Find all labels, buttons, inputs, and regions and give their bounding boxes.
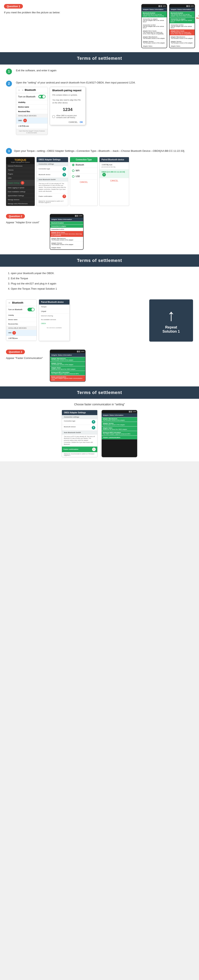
adapter-version-row: Adapter Version The firmware version of … xyxy=(142,40,167,45)
paired-sharing-label: Internet sharing xyxy=(39,314,69,318)
settlement2-step1: 1. open your bluetooth,unpair the OBDII. xyxy=(8,271,191,276)
bt-device-row[interactable]: Bluetooth device 5 xyxy=(36,172,68,178)
s3-notes: Adapter Notes Additional info about the … xyxy=(102,426,137,431)
allow-contacts-checkbox[interactable] xyxy=(52,115,55,118)
visibility-label: Visibility xyxy=(18,102,46,103)
torque-menu: General Preferences Themes Plugins Links… xyxy=(6,164,35,206)
bt-device-obdii[interactable]: OBDII [AA:BB:CC:11:22:33] 6 xyxy=(100,170,129,178)
bt-visibility-item: Visibility xyxy=(16,100,47,105)
conn-type-s3[interactable]: Connection type 4 xyxy=(62,419,97,425)
received-files-label: Received files xyxy=(18,111,46,113)
q2-conn-row: Connection to adapter xyxy=(50,225,83,228)
conn-cancel-btn[interactable]: CANCEL xyxy=(70,180,98,185)
adapter-manufacturer-row-2: Adapter Manufacturer The firmware versio… xyxy=(169,35,194,40)
phone-mockup-2: ▌▌ ▌ 100% Adapter Status Information Blu… xyxy=(169,4,195,48)
paired-unpair[interactable]: Unpair xyxy=(39,309,69,314)
adapter-ecu-row: Connection to ECU Can the adapter talk t… xyxy=(142,24,167,29)
q3-status-title: Adapter Status Information xyxy=(50,353,85,357)
torque-menu-plugins[interactable]: Plugins xyxy=(6,172,35,176)
conn-type-header: Connection Type xyxy=(70,157,98,162)
phone-mockup-1: ▌▌ ▌ 100% Adapter Status Information Blu… xyxy=(141,4,167,48)
available-2: AVAILABLE DEVICES xyxy=(6,326,36,330)
bt-header-label: ← Bluetooth xyxy=(22,89,36,91)
adapter-version-row-2: Adapter Version The firmware version of … xyxy=(169,40,194,45)
q3-version-row: Adapter Version The firmware version of … xyxy=(50,362,85,366)
q2-version-row: Adapter Version The firmware version of … xyxy=(50,242,83,246)
torque-menu-speech[interactable]: Speech/Alarm Settings xyxy=(6,194,35,198)
torque-menu-pids[interactable]: Manage extra PIDs/Sensors xyxy=(6,202,35,206)
s3-manufacturer: Adapter Manufacturer The firmware versio… xyxy=(102,417,137,422)
step3-description: Open your Torque---setting---OBD2 Adapte… xyxy=(14,150,185,153)
conn-settings-s3: Connection settings xyxy=(62,415,97,419)
step1-section: 1 Exit the software, and enter it again … xyxy=(0,65,199,145)
badge-conn-type: 4 xyxy=(63,167,66,171)
turn-on-bt-annotation: Turn on Bluetooth ▶ xyxy=(190,15,199,19)
bt-device-s3[interactable]: Bluetooth device 5 xyxy=(62,425,97,431)
adapter-notes-row: Adapter Notes xyxy=(142,45,167,48)
bt-cancel-btn[interactable]: CANCEL xyxy=(100,178,129,183)
adapter-conn-row: Connection to adapter Can the adapter ta… xyxy=(142,18,167,24)
connection-type-row[interactable]: Connection type 4 xyxy=(36,166,68,172)
adapter-manufacturer-row: Adapter Manufacturer The firmware versio… xyxy=(142,35,167,40)
bt-xiaomi-device[interactable]: 小米手机Auto xyxy=(16,124,47,129)
xiaomi-device-2[interactable]: 小米手机Auto xyxy=(6,336,36,341)
bt-label2: Bluetooth xyxy=(12,301,23,304)
torque-menu-data[interactable]: Data Logging & Upload xyxy=(6,186,35,190)
adapter-enabled-row: Bluetooth Enabled This should say on or … xyxy=(142,11,167,18)
q3-notes-row: Adapter Notes Additional info about the … xyxy=(50,366,85,371)
badge-s3-2: 5 xyxy=(92,426,95,430)
repeat-solution-label: RepeatSolution 1 xyxy=(163,325,180,334)
bt-obd-device[interactable]: OBD 2 xyxy=(16,118,47,124)
torque-menu-links[interactable]: Links xyxy=(6,176,35,180)
bt-radio xyxy=(72,164,74,166)
auto-bt-label: Auto Bluetooth On/Off xyxy=(36,178,68,182)
torque-menu-manage[interactable]: Manage devices xyxy=(6,198,35,202)
adapter-status-title-2: Adapter Status Information xyxy=(169,8,194,11)
bt-repeat-header: ← Bluetooth xyxy=(6,299,36,306)
connection-type-label: Connection type xyxy=(39,168,50,170)
dialog-body1: PIN contains letters or symbols. xyxy=(50,92,85,98)
torque-menu-adapter[interactable]: Adapter Settings 1 xyxy=(6,180,35,186)
bt-back-arrow: ← xyxy=(18,89,21,91)
bt-toggle-2[interactable] xyxy=(27,308,35,311)
conn-wifi-option[interactable]: WiFi xyxy=(70,168,98,174)
s3-status-title: Adapter Status Information xyxy=(102,413,137,417)
conn-usb-option[interactable]: USB xyxy=(70,174,98,180)
faster-comm-row[interactable]: Faster confirmation 7 xyxy=(36,194,68,199)
torque-menu-themes[interactable]: Themes xyxy=(6,168,35,172)
auto-bt-desc: This turns on BT if it was already off. … xyxy=(36,182,68,194)
bt-device-label: Bluetooth device xyxy=(39,174,51,175)
question3-section: Question 3 Appear "Faster Communication"… xyxy=(0,345,199,387)
obd-device-2[interactable]: OBD 2 xyxy=(6,330,36,336)
status-icons-q2: ▌▌ ▌ 100% xyxy=(75,215,82,216)
bt-toggle-switch[interactable] xyxy=(38,95,46,99)
status-bar-2: ▌▌ ▌ 100% xyxy=(169,5,194,8)
paired-no-content: No services available xyxy=(39,326,69,330)
badge-s3-1: 4 xyxy=(92,420,95,424)
torque-title: TORQUE xyxy=(8,158,33,162)
question3-right: ▌▌ ▌ 100% Adapter Status Information Ada… xyxy=(50,350,193,382)
bt-option-label: Bluetooth xyxy=(76,164,84,166)
torque-menu-general[interactable]: General Preferences xyxy=(6,164,35,168)
received-files-2: Received files xyxy=(6,322,36,326)
question2-badge: Question 2 xyxy=(6,214,25,218)
torque-menu-dash[interactable]: Dash installation settings xyxy=(6,190,35,194)
dialog-ok-btn[interactable]: OK xyxy=(80,121,83,123)
phone-screen-1: Adapter Status Information Bluetooth Ena… xyxy=(142,8,167,48)
section1-header: Terms of settlement xyxy=(0,52,199,65)
section2-header: Terms of settlement xyxy=(0,255,199,267)
dialog-title: Bluetooth pairing request xyxy=(50,87,85,92)
q2-manufacturer-row: Adapter Manufacturer The firmware versio… xyxy=(50,237,83,242)
dialog-body2: You may also need to align this PIN on t… xyxy=(50,98,85,105)
bt-back2: ← xyxy=(8,301,11,304)
repeat-solution-section: ← Bluetooth Turn on Bluetooth Visibility… xyxy=(0,295,199,345)
dialog-cancel-btn[interactable]: CANCEL xyxy=(69,121,78,123)
bt-device-xiaomi[interactable]: 小米手机Auto [34:00:83:04:5E:58] xyxy=(100,162,129,170)
conn-bluetooth-option[interactable]: Bluetooth xyxy=(70,162,98,168)
auto-bt-s3: Auto Bluetooth On/Off xyxy=(62,431,97,434)
usb-option-label: USB xyxy=(76,175,80,178)
question2-section: Question 2 Appear "Adapter Error count" … xyxy=(0,210,199,255)
faster-comm-s3[interactable]: Faster confirmation 1 xyxy=(62,447,97,452)
allow-contacts-label: Allow OBD to access your contacts and ca… xyxy=(56,115,83,119)
torque-logo: TORQUE Engine Management System xyxy=(6,157,35,164)
